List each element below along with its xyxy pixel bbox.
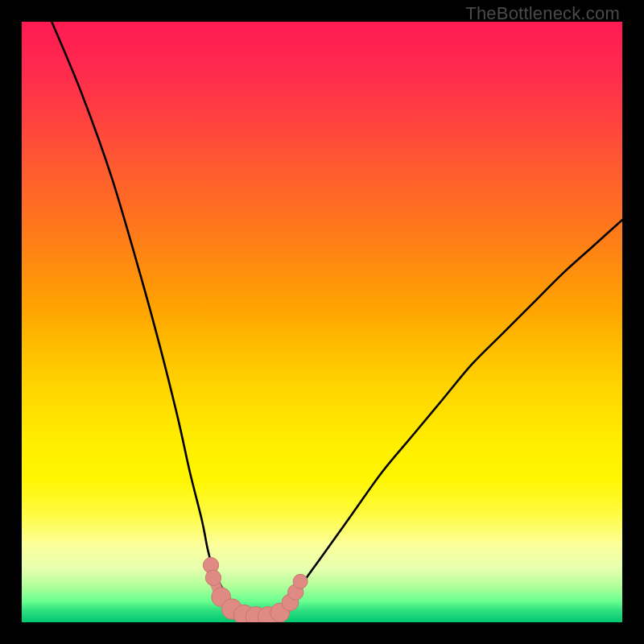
chart-svg <box>22 22 622 622</box>
curve-left-curve <box>52 22 256 618</box>
watermark-text: TheBottleneck.com <box>465 3 620 24</box>
marker-dot <box>293 574 308 588</box>
plot-area <box>22 22 622 622</box>
chart-frame: TheBottleneck.com <box>0 0 644 644</box>
marker-dot <box>205 570 221 585</box>
curve-right-curve <box>268 220 622 618</box>
